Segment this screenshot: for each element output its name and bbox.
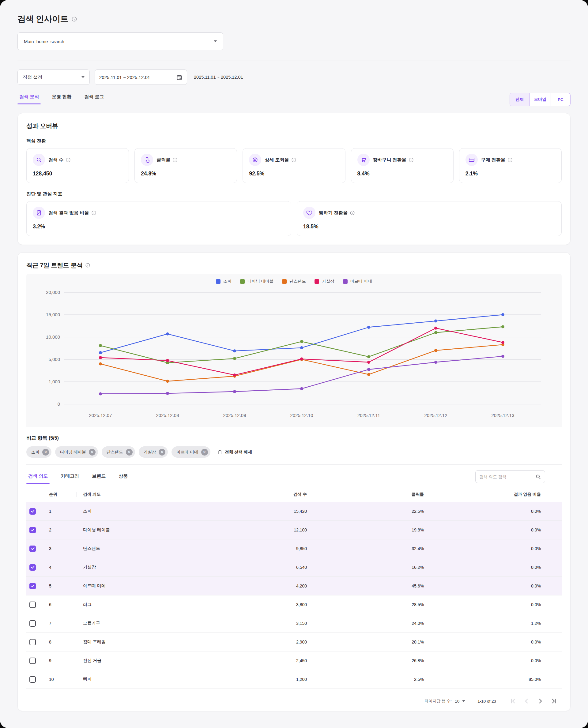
cell-rank: 2 [44,528,77,532]
kpi-card: 찜하기 전환율18.5% [297,201,562,236]
x-axis-tick-label: 2025.12.09 [223,413,246,418]
page-title: 검색 인사이트 [18,14,68,24]
cell-ctr: 28.5% [311,602,428,607]
chart-data-point [166,359,169,362]
cell-intent: 다이닝 테이블 [77,527,194,533]
cell-intent: 거실장 [77,564,194,570]
tab-product[interactable]: 상품 [117,472,129,484]
device-toggle-pc[interactable]: PC [551,93,570,106]
column-no-result: 결과 없음 비율 [428,492,545,497]
table-row: 8침대 프레임2,90020.1%0.0% [26,633,562,651]
row-checkbox[interactable] [29,583,36,589]
cell-rank: 9 [44,658,77,663]
kpi-card: 장바구니 전환율8.4% [351,148,454,183]
tab-search-analysis[interactable]: 검색 분석 [18,93,41,104]
date-range-input[interactable]: 2025.11.01 ~ 2025.12.01 [94,69,187,85]
clear-all-button[interactable]: 전체 선택 해제 [217,449,252,455]
row-checkbox[interactable] [29,545,36,552]
divider [18,61,570,61]
cell-intent: 모듈가구 [77,621,194,626]
chart-data-point [367,368,370,371]
cell-ctr: 45.6% [311,583,428,588]
tab-operation-status[interactable]: 운영 현황 [50,93,73,104]
chip-close-icon[interactable]: ✕ [159,449,165,455]
cell-intent: 아르떼 미데 [77,583,194,589]
chart-series-line [101,345,503,381]
x-axis-tick-label: 2025.12.08 [156,413,179,418]
row-checkbox-cell [26,602,44,608]
period-mode-select[interactable]: 직접 설정 [18,69,90,85]
device-toggle-all[interactable]: 전체 [510,93,529,106]
tab-search-log[interactable]: 검색 로그 [82,93,106,104]
pagination-range: 1-10 of 23 [478,699,496,704]
x-axis-tick-label: 2025.12.10 [290,413,313,418]
y-axis-tick-label: 20,000 [46,290,60,295]
first-page-icon[interactable] [506,696,520,706]
info-icon [91,210,97,216]
kpi-value: 24.8% [141,171,231,177]
pagination: 페이지당 행 수: 10 1-10 of 23 [26,691,562,711]
chart-data-point [233,357,236,360]
chart-data-point [99,344,102,347]
trend-chart-panel: 소파다이닝 테이블단스탠드거실장아르떼 미데 01,0005,00010,000… [26,274,562,427]
row-checkbox-cell [26,658,44,664]
chart-series-line [101,328,503,375]
cell-intent: 침대 프레임 [77,639,194,645]
legend-swatch [315,279,319,284]
overview-title: 성과 오버뷰 [26,122,562,130]
comparison-chip: 아르떼 미데✕ [171,446,210,458]
y-axis-tick-label: 0 [58,401,60,407]
row-checkbox[interactable] [29,658,36,664]
next-page-icon[interactable] [533,696,547,706]
chart-data-point [434,361,437,364]
tab-search-intent[interactable]: 검색 의도 [26,472,49,484]
table-search-input[interactable] [479,474,528,479]
kpi-label: 상세 조회율 [265,157,296,163]
row-checkbox[interactable] [29,620,36,627]
device-toggle-mobile[interactable]: 모바일 [529,93,551,106]
kpi-card: 검색 수128,450 [26,148,129,183]
last-page-icon[interactable] [547,696,561,706]
row-checkbox[interactable] [29,602,36,608]
cell-ctr: 32.4% [311,546,428,551]
date-range-value: 2025.11.01 ~ 2025.12.01 [99,75,150,80]
table-row: 2다이닝 테이블12,10019.8%0.0% [26,521,562,539]
info-icon [85,263,90,268]
tab-category[interactable]: 카테고리 [59,472,81,484]
kpi-row: 검색 수128,450클릭률24.8%상세 조회율92.5%장바구니 전환율8.… [26,148,562,183]
cell-no-result: 0.0% [428,583,545,588]
search-icon [535,474,541,480]
chart-data-point [367,373,370,376]
row-checkbox[interactable] [29,676,36,683]
rows-per-page-select[interactable]: 10 [455,699,465,704]
chart-data-point [300,346,303,349]
row-checkbox[interactable] [29,639,36,645]
tab-brand[interactable]: 브랜드 [90,472,107,484]
chart-data-point [501,313,504,316]
scope-select[interactable]: Main_home_search [18,33,223,50]
table-tabs: 검색 의도 카테고리 브랜드 상품 [26,472,129,484]
chip-close-icon[interactable]: ✕ [42,449,49,455]
row-checkbox[interactable] [29,564,36,571]
row-checkbox[interactable] [29,527,36,533]
cell-searches: 9,850 [194,546,311,551]
kpi-card: 클릭률24.8% [134,148,237,183]
row-checkbox[interactable] [29,508,36,515]
device-toggle: 전체 모바일 PC [510,93,571,106]
overview-card: 성과 오버뷰 핵심 전환검색 수128,450클릭률24.8%상세 조회율92.… [18,113,570,245]
chart-data-point [367,326,370,329]
chip-close-icon[interactable]: ✕ [126,449,133,455]
prev-page-icon[interactable] [520,696,533,706]
row-checkbox-cell [26,564,44,571]
chip-close-icon[interactable]: ✕ [201,449,208,455]
scope-select-value: Main_home_search [24,39,64,44]
chip-close-icon[interactable]: ✕ [89,449,96,455]
cell-searches: 12,100 [194,528,311,532]
trash-icon [217,449,223,455]
row-checkbox-cell [26,639,44,645]
cell-no-result: 85.0% [428,677,545,682]
comparison-chips: 소파✕다이닝 테이블✕단스탠드✕거실장✕아르떼 미데✕전체 선택 해제 [26,446,562,458]
table-row: 6러그3,80028.5%0.0% [26,596,562,614]
table-tabs-row: 검색 의도 카테고리 브랜드 상품 [26,465,562,486]
table-end-divider [26,689,562,691]
